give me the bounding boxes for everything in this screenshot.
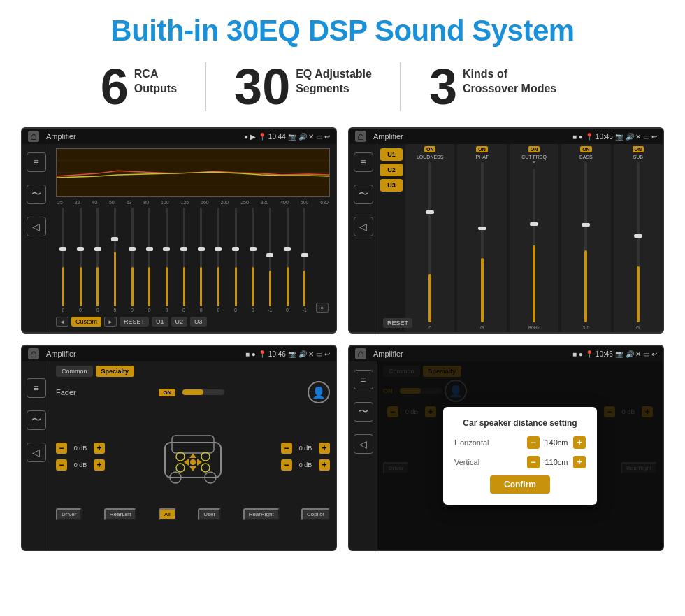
eq-status-icons: ● ▶ 📍 10:44 📷 🔊 ✕ ▭ ↩	[244, 133, 330, 141]
eq-slider-12[interactable]: 0	[245, 208, 260, 313]
cross-speaker-icon[interactable]: ◁	[354, 217, 373, 236]
stat-number-3: 3	[429, 62, 457, 112]
eq-tuner-icon[interactable]: ≡	[27, 152, 46, 172]
eq-arrow-right[interactable]: »	[316, 303, 329, 313]
fader-car-area: − 0 dB + − 0 dB +	[56, 408, 330, 506]
eq-slider-4[interactable]: 5	[108, 208, 122, 313]
horizontal-controls: − 140cm +	[527, 436, 586, 449]
fader-user-btn[interactable]: User	[198, 508, 221, 520]
svg-marker-16	[197, 459, 202, 466]
svg-point-9	[201, 452, 210, 461]
eq-slider-11[interactable]: 0	[229, 208, 243, 313]
vertical-minus-btn[interactable]: −	[527, 456, 540, 468]
eq-prev-btn[interactable]: ◄	[56, 317, 68, 327]
stat-eq: 30 EQ Adjustable Segments	[206, 62, 400, 112]
fader-copilot-btn[interactable]: Copilot	[301, 508, 330, 520]
vertical-plus-btn[interactable]: +	[573, 456, 586, 468]
horizontal-minus-btn[interactable]: −	[527, 436, 540, 449]
dialog-main: Common Specialty ON 👤 −0 dB+	[377, 361, 663, 550]
vol-plus-1[interactable]: +	[94, 443, 105, 454]
fader-status-bar: ⌂ Amplifier ■ ● 📍 10:46 📷 🔊 ✕ ▭ ↩	[22, 346, 336, 361]
vol-val-3: 0 dB	[294, 445, 317, 452]
svg-marker-14	[189, 466, 196, 471]
stat-rca: 6 RCA Outputs	[101, 62, 205, 112]
fader-tuner-icon[interactable]: ≡	[27, 378, 46, 398]
cross-sidebar: ≡ 〜 ◁	[349, 144, 377, 332]
eq-wave-icon[interactable]: 〜	[27, 185, 46, 204]
dialog-home-icon[interactable]: ⌂	[355, 348, 366, 359]
fader-sidebar: ≡ 〜 ◁	[22, 361, 50, 550]
fader-tab-common[interactable]: Common	[56, 366, 93, 377]
eq-freq-labels: 25 32 40 50 63 80 100 125 160 200 250 32…	[56, 200, 330, 205]
dialog-sidebar: ≡ 〜 ◁	[349, 361, 377, 550]
fader-vol-left: − 0 dB + − 0 dB +	[56, 443, 105, 471]
cross-u2-btn[interactable]: U2	[380, 164, 403, 176]
vol-row-3: − 0 dB +	[281, 443, 330, 454]
fader-driver-btn[interactable]: Driver	[56, 508, 82, 520]
horizontal-plus-btn[interactable]: +	[573, 436, 586, 449]
fader-avatar[interactable]: 👤	[308, 381, 330, 403]
vol-plus-4[interactable]: +	[319, 459, 330, 471]
fader-tab-specialty[interactable]: Specialty	[96, 366, 135, 377]
eq-slider-3[interactable]: 0	[90, 208, 105, 313]
vol-minus-1[interactable]: −	[56, 443, 67, 454]
eq-slider-9[interactable]: 0	[194, 208, 208, 313]
eq-slider-8[interactable]: 0	[177, 208, 192, 313]
dialog-status-icons: ■ ● 📍 10:46 📷 🔊 ✕ ▭ ↩	[572, 350, 657, 358]
cross-u1-btn[interactable]: U1	[380, 148, 403, 161]
vol-plus-3[interactable]: +	[319, 443, 330, 454]
eq-u2-btn[interactable]: U2	[171, 317, 188, 327]
eq-u3-btn[interactable]: U3	[190, 317, 207, 327]
eq-slider-13[interactable]: -1	[263, 208, 277, 313]
cross-reset-btn[interactable]: RESET	[383, 318, 412, 328]
eq-next-btn[interactable]: ►	[104, 317, 117, 327]
cross-reset-btn-area[interactable]: RESET	[383, 315, 412, 328]
home-icon[interactable]: ⌂	[28, 131, 39, 142]
fader-speaker-icon[interactable]: ◁	[27, 443, 46, 462]
svg-point-8	[176, 452, 185, 461]
eq-slider-15[interactable]: -1	[297, 208, 312, 313]
dialog-tuner-icon[interactable]: ≡	[354, 370, 373, 389]
vol-plus-2[interactable]: +	[94, 459, 105, 471]
vertical-label: Vertical	[454, 458, 480, 466]
fader-rearleft-btn[interactable]: RearLeft	[104, 508, 137, 520]
eq-reset-btn[interactable]: RESET	[120, 317, 149, 327]
page-wrapper: Buith-in 30EQ DSP Sound System 6 RCA Out…	[0, 0, 685, 616]
cross-tuner-icon[interactable]: ≡	[354, 152, 373, 172]
eq-slider-2[interactable]: 0	[73, 208, 88, 313]
cross-home-icon[interactable]: ⌂	[355, 131, 366, 142]
cross-app-title: Amplifier	[373, 132, 568, 141]
fader-wave-icon[interactable]: 〜	[27, 410, 46, 430]
eq-slider-5[interactable]: 0	[125, 208, 140, 313]
cross-u3-btn[interactable]: U3	[380, 179, 403, 192]
eq-slider-10[interactable]: 0	[211, 208, 226, 313]
eq-custom-btn[interactable]: Custom	[71, 317, 101, 327]
eq-slider-14[interactable]: 0	[280, 208, 295, 313]
eq-graph	[56, 148, 330, 197]
eq-speaker-icon[interactable]: ◁	[27, 217, 46, 236]
eq-slider-7[interactable]: 0	[159, 208, 174, 313]
fader-home-icon[interactable]: ⌂	[28, 348, 39, 359]
eq-sidebar: ≡ 〜 ◁	[22, 144, 50, 332]
dialog-overlay: Car speaker distance setting Horizontal …	[377, 361, 663, 550]
fader-all-btn[interactable]: All	[159, 508, 176, 520]
confirm-button[interactable]: Confirm	[490, 475, 550, 494]
eq-slider-6[interactable]: 0	[142, 208, 157, 313]
vol-minus-3[interactable]: −	[281, 443, 292, 454]
dialog-speaker-icon[interactable]: ◁	[354, 434, 373, 454]
vol-minus-2[interactable]: −	[56, 459, 67, 471]
dialog-status-bar: ⌂ Amplifier ■ ● 📍 10:46 📷 🔊 ✕ ▭ ↩	[349, 346, 663, 361]
vol-minus-4[interactable]: −	[281, 459, 292, 471]
eq-u1-btn[interactable]: U1	[152, 317, 168, 327]
dialog-app-title: Amplifier	[373, 350, 568, 358]
vol-val-2: 0 dB	[69, 461, 92, 468]
dialog-wave-icon[interactable]: 〜	[354, 402, 373, 422]
fader-on-badge[interactable]: ON	[159, 389, 175, 396]
eq-slider-1[interactable]: 0	[56, 208, 71, 313]
cross-wave-icon[interactable]: 〜	[354, 185, 373, 204]
fader-h-slider[interactable]	[182, 389, 224, 395]
fader-rearright-btn[interactable]: RearRight	[243, 508, 280, 520]
dialog-vertical-row: Vertical − 110cm +	[454, 456, 586, 468]
stat-text-eq: EQ Adjustable Segments	[296, 62, 372, 96]
stat-text-rca: RCA Outputs	[134, 62, 177, 96]
